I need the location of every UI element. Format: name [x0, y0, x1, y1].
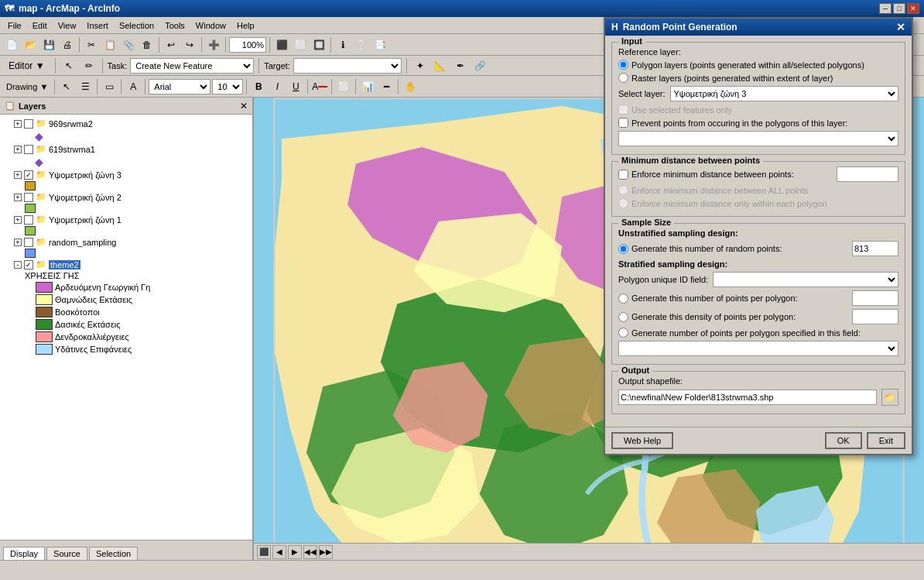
polygon-radio[interactable]	[618, 60, 628, 70]
prevent-checkbox[interactable]	[618, 118, 628, 128]
layer-checkbox[interactable]	[24, 238, 33, 247]
use-selected-checkbox[interactable]	[618, 105, 628, 115]
editor-dropdown-btn[interactable]: Editor ▼	[3, 57, 50, 74]
layer-checkbox[interactable]	[24, 215, 33, 225]
identify-button[interactable]: ❔	[353, 36, 370, 53]
per-polygon-field-radio[interactable]	[618, 328, 628, 338]
select-elements-tool[interactable]: ☰	[77, 78, 94, 95]
edit-tool[interactable]: ✏	[80, 57, 98, 74]
maximize-button[interactable]: □	[893, 3, 905, 14]
layer-item[interactable]: + 📁 619strwma1	[3, 143, 249, 155]
map-tools-2[interactable]: ⬜	[292, 36, 309, 53]
raster-option-row[interactable]: Raster layers (points generated within e…	[618, 73, 898, 83]
fill-color-button[interactable]: ⬜	[335, 78, 352, 95]
redo-button[interactable]: ↪	[181, 36, 198, 53]
minimize-button[interactable]: ─	[879, 3, 891, 14]
prevent-layer-dropdown[interactable]	[618, 131, 898, 146]
sketch-tool[interactable]: ✒	[452, 57, 469, 74]
zoom-input[interactable]	[229, 37, 266, 53]
menu-edit[interactable]: Edit	[28, 19, 52, 32]
dialog-title-bar[interactable]: H Random Point Generation ✕	[605, 19, 912, 36]
target-select[interactable]	[293, 58, 402, 74]
per-polygon-num-input[interactable]	[852, 290, 898, 306]
undo-button[interactable]: ↩	[163, 36, 180, 53]
window-controls[interactable]: ─ □ ✕	[879, 3, 919, 14]
copy-button[interactable]: 📋	[101, 36, 118, 53]
generate-num-radio[interactable]	[618, 244, 628, 254]
menu-tools[interactable]: Tools	[160, 19, 190, 32]
ok-button[interactable]: OK	[825, 432, 862, 449]
browse-button[interactable]: 📁	[881, 389, 898, 406]
per-polygon-field-dropdown[interactable]	[618, 341, 898, 356]
map-next-button[interactable]: ▶	[288, 545, 302, 559]
tab-display[interactable]: Display	[3, 547, 45, 560]
delete-button[interactable]: 🗑	[139, 36, 156, 53]
enforce-min-input[interactable]	[837, 166, 898, 182]
layer-item[interactable]: - 📁 theme2	[3, 259, 249, 270]
tab-source[interactable]: Source	[46, 547, 87, 560]
enforce-all-radio[interactable]	[618, 185, 628, 195]
tab-selection[interactable]: Selection	[89, 547, 138, 560]
expand-icon[interactable]: +	[14, 239, 22, 246]
map-prev-button[interactable]: ◀	[272, 545, 286, 559]
new-button[interactable]: 📄	[3, 36, 20, 53]
per-polygon-num-row[interactable]: Generate this number of points per polyg…	[618, 290, 898, 306]
per-polygon-field-row[interactable]: Generate number of points per polygon sp…	[618, 328, 898, 338]
layer-item[interactable]: + 📁 969srwma2	[3, 118, 249, 129]
text-tool[interactable]: A	[125, 78, 142, 95]
select-layer-dropdown[interactable]: Υψομετρική ζώνη 3	[670, 86, 898, 101]
drawing-label[interactable]: Drawing ▼	[3, 82, 51, 91]
menu-window[interactable]: Window	[191, 19, 231, 32]
polygon-uid-dropdown[interactable]	[713, 272, 898, 287]
open-button[interactable]: 📂	[22, 36, 39, 53]
generate-num-row[interactable]: Generate this number of random points:	[618, 241, 898, 256]
font-select[interactable]: Arial	[149, 79, 210, 94]
layer-item[interactable]: + 📁 Υψομετρική ζώνη 2	[3, 191, 249, 203]
exit-button[interactable]: Exit	[867, 432, 905, 449]
layer-checkbox[interactable]	[24, 193, 33, 202]
cut-button[interactable]: ✂	[83, 36, 100, 53]
map-tools-1[interactable]: ⬛	[273, 36, 290, 53]
raster-radio[interactable]	[618, 73, 628, 83]
line-width-button[interactable]: ━	[378, 78, 395, 95]
map-scroll-right[interactable]: ▶▶	[319, 545, 333, 559]
expand-icon[interactable]: +	[14, 216, 22, 224]
per-polygon-density-radio[interactable]	[618, 312, 628, 322]
layer-checkbox[interactable]	[24, 170, 33, 180]
paste-button[interactable]: 📎	[120, 36, 137, 53]
menu-file[interactable]: File	[3, 19, 26, 32]
menu-help[interactable]: Help	[232, 19, 259, 32]
font-color-button[interactable]: A	[311, 78, 328, 95]
select-tool[interactable]: ↖	[58, 78, 75, 95]
add-data-button[interactable]: ➕	[205, 36, 222, 53]
pointer-tool[interactable]: ↖	[60, 57, 77, 74]
menu-selection[interactable]: Selection	[115, 19, 159, 32]
pan-tool[interactable]: ✋	[402, 78, 419, 95]
info-button[interactable]: ℹ	[334, 36, 351, 53]
rectangle-tool[interactable]: ▭	[101, 78, 118, 95]
layer-item[interactable]: + 📁 Υψομετρική ζώνη 3	[3, 169, 249, 180]
line-color-button[interactable]: 📊	[359, 78, 376, 95]
enforce-within-radio[interactable]	[618, 198, 628, 208]
random-point-dialog[interactable]: H Random Point Generation ✕ Input Refere…	[604, 17, 913, 455]
per-polygon-num-radio[interactable]	[618, 293, 628, 304]
generate-num-input[interactable]	[852, 241, 898, 256]
layer-item[interactable]: + 📁 Υψομετρική ζώνη 1	[3, 214, 249, 225]
close-layers-button[interactable]: ✕	[240, 101, 248, 112]
italic-button[interactable]: I	[269, 78, 286, 95]
enforce-min-row[interactable]: Enforce minimum distance between points:	[618, 166, 898, 182]
per-polygon-density-row[interactable]: Generate this density of points per poly…	[618, 309, 898, 324]
output-path-input[interactable]	[618, 390, 877, 405]
dialog-close-button[interactable]: ✕	[896, 21, 905, 33]
fontsize-select[interactable]: 10	[212, 79, 243, 94]
expand-icon[interactable]: +	[14, 171, 22, 179]
print-button[interactable]: 🖨	[59, 36, 76, 53]
expand-icon[interactable]: +	[14, 120, 22, 128]
expand-icon[interactable]: +	[14, 194, 22, 201]
polygon-option-row[interactable]: Polygon layers (points generated within …	[618, 60, 898, 70]
layer-item[interactable]: + 📁 random_sampling	[3, 236, 249, 248]
menu-view[interactable]: View	[53, 19, 81, 32]
layers-button[interactable]: 📑	[371, 36, 388, 53]
map-scroll-left[interactable]: ◀◀	[303, 545, 317, 559]
map-tools-3[interactable]: 🔲	[310, 36, 327, 53]
